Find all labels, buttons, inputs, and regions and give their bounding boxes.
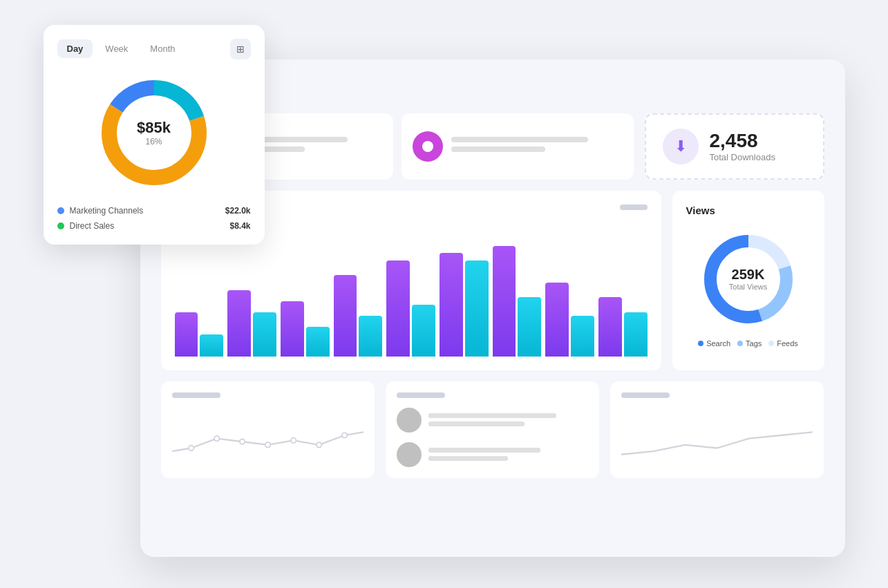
bar-group xyxy=(493,246,542,357)
bar-cyan xyxy=(465,260,489,357)
bar-cyan xyxy=(306,327,330,357)
views-center: 259K Total Views xyxy=(729,267,767,291)
tab-day[interactable]: Day xyxy=(57,39,93,58)
list-item xyxy=(397,442,588,467)
legend-dot xyxy=(57,222,64,229)
line-chart-svg-2 xyxy=(621,408,813,463)
bar-group xyxy=(598,297,648,356)
legend-dot xyxy=(57,207,64,214)
svg-point-12 xyxy=(341,433,346,437)
metric-lines-2 xyxy=(451,137,623,156)
download-icon: ⬇ xyxy=(674,137,687,155)
list-item xyxy=(397,408,588,433)
svg-point-6 xyxy=(189,445,193,450)
bottom-row xyxy=(161,381,824,478)
metric-line xyxy=(451,137,588,142)
views-legend-item: Feeds xyxy=(768,339,798,348)
calendar-icon[interactable]: ⊞ xyxy=(230,39,251,59)
menu-dots xyxy=(620,205,648,210)
legend-item: Direct Sales $8.4k xyxy=(57,221,251,231)
views-label: Total Views xyxy=(729,283,767,291)
svg-point-11 xyxy=(316,442,321,447)
downloads-label: Total Downloads xyxy=(710,152,775,162)
avatar-1 xyxy=(397,408,422,433)
bar-purple xyxy=(334,275,357,356)
bar-purple xyxy=(545,283,569,357)
downloads-number: 2,458 xyxy=(710,130,775,152)
list-line xyxy=(428,456,509,461)
bar-purple xyxy=(175,312,198,357)
bar-group xyxy=(175,312,224,357)
legend-value: $8.4k xyxy=(229,221,250,231)
bar-cyan xyxy=(412,305,435,357)
views-legend-item: Tags xyxy=(737,339,762,348)
list-line xyxy=(428,448,540,453)
line-chart-svg xyxy=(172,408,363,463)
svg-point-10 xyxy=(290,437,295,442)
legend-label-text: Marketing Channels xyxy=(70,206,144,216)
views-legend-dot xyxy=(698,341,703,346)
list-items xyxy=(397,408,588,467)
donut-container: $85k 16% xyxy=(57,70,251,195)
list-lines-2 xyxy=(428,448,588,461)
bar-purple xyxy=(440,253,463,356)
views-legend-label: Feeds xyxy=(777,339,798,348)
donut-pct: 16% xyxy=(137,137,171,146)
list-lines-1 xyxy=(428,413,588,426)
bar-group xyxy=(334,275,383,356)
views-number: 259K xyxy=(729,267,767,283)
bar-group xyxy=(545,283,594,357)
downloads-card: ⬇ 2,458 Total Downloads xyxy=(645,113,824,180)
donut-amount: $85k xyxy=(137,119,171,137)
bar-group xyxy=(386,260,435,357)
svg-point-9 xyxy=(265,442,270,447)
bar-cyan xyxy=(359,316,382,357)
bottom-card-header xyxy=(172,392,220,398)
bottom-card-header-3 xyxy=(621,392,670,398)
bottom-card-line2 xyxy=(610,381,824,478)
bar-cyan xyxy=(518,297,541,356)
bottom-card-header-2 xyxy=(397,392,445,398)
bar-cyan xyxy=(200,334,223,357)
legend-item: Marketing Channels $22.0k xyxy=(57,206,251,216)
views-legend-dot xyxy=(768,341,774,346)
bar-group xyxy=(281,301,330,357)
legend-value: $22.0k xyxy=(225,206,251,216)
bar-cyan xyxy=(624,312,648,357)
downloads-info: 2,458 Total Downloads xyxy=(710,130,775,162)
legend: Marketing Channels $22.0k Direct Sales $… xyxy=(57,206,251,231)
metric-card-2 xyxy=(402,113,634,180)
legend-label-text: Direct Sales xyxy=(70,221,115,231)
bar-purple xyxy=(281,301,304,357)
list-line xyxy=(428,421,525,426)
bar-purple xyxy=(493,246,516,357)
views-legend: Search Tags Feeds xyxy=(686,339,811,348)
download-icon-wrap: ⬇ xyxy=(663,129,699,164)
tab-week[interactable]: Week xyxy=(95,39,138,58)
donut-card: Day Week Month ⊞ $85k 16% xyxy=(44,25,265,245)
metric-line xyxy=(451,146,545,152)
tab-month[interactable]: Month xyxy=(140,39,185,58)
svg-point-8 xyxy=(239,439,244,444)
bottom-card-line xyxy=(161,381,375,478)
tabs: Day Week Month ⊞ xyxy=(57,39,251,59)
bar-cyan xyxy=(571,316,594,357)
views-legend-dot xyxy=(737,341,743,346)
svg-point-7 xyxy=(214,435,219,440)
bar-purple xyxy=(386,260,410,357)
donut-center: $85k 16% xyxy=(137,119,171,146)
views-legend-label: Tags xyxy=(746,339,762,348)
bar-cyan xyxy=(253,312,276,357)
bar-purple xyxy=(598,297,622,356)
scene: Overview xyxy=(30,18,859,571)
views-donut: 259K Total Views xyxy=(686,227,811,331)
avatar-2 xyxy=(397,442,422,467)
bottom-card-list xyxy=(386,381,599,478)
bar-group xyxy=(440,253,489,356)
bar-purple xyxy=(227,290,251,357)
metric-icon-purple xyxy=(413,131,443,162)
views-legend-label: Search xyxy=(706,339,730,348)
svg-point-1 xyxy=(422,141,433,152)
views-card: Views 259K Total Views xyxy=(672,191,824,370)
views-legend-item: Search xyxy=(698,339,730,348)
